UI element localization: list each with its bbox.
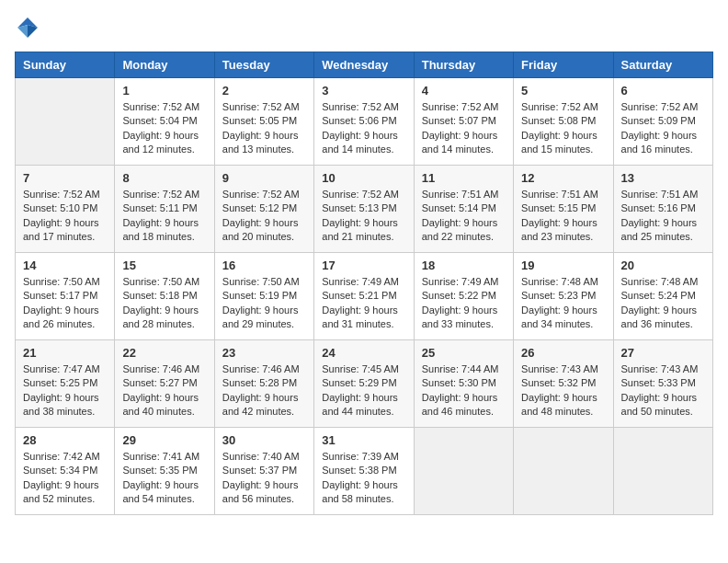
calendar-cell: 3Sunrise: 7:52 AMSunset: 5:06 PMDaylight… xyxy=(314,78,414,166)
day-number: 5 xyxy=(521,84,605,98)
calendar-week-row: 1Sunrise: 7:52 AMSunset: 5:04 PMDaylight… xyxy=(16,78,713,166)
day-info: Sunrise: 7:49 AM xyxy=(322,275,405,289)
logo-icon xyxy=(15,15,40,40)
day-info: Sunrise: 7:51 AM xyxy=(521,188,605,201)
calendar-cell xyxy=(514,428,613,515)
calendar-cell: 27Sunrise: 7:43 AMSunset: 5:33 PMDayligh… xyxy=(613,340,712,428)
calendar-cell: 10Sunrise: 7:52 AMSunset: 5:13 PMDayligh… xyxy=(314,166,414,253)
day-info: Daylight: 9 hours and 15 minutes. xyxy=(521,129,605,157)
calendar-cell: 30Sunrise: 7:40 AMSunset: 5:37 PMDayligh… xyxy=(214,428,313,515)
calendar-cell: 28Sunrise: 7:42 AMSunset: 5:34 PMDayligh… xyxy=(16,428,115,515)
day-info: Sunset: 5:10 PM xyxy=(23,201,107,215)
day-info: Sunrise: 7:42 AM xyxy=(23,450,107,464)
day-info: Sunset: 5:04 PM xyxy=(122,114,206,128)
day-info: Sunset: 5:09 PM xyxy=(621,114,705,128)
day-info: Sunrise: 7:51 AM xyxy=(621,188,705,201)
day-number: 21 xyxy=(23,346,107,360)
calendar-cell: 18Sunrise: 7:49 AMSunset: 5:22 PMDayligh… xyxy=(414,253,513,340)
day-info: Daylight: 9 hours and 54 minutes. xyxy=(122,478,206,507)
day-number: 6 xyxy=(621,84,705,98)
day-number: 19 xyxy=(521,259,605,272)
day-info: Sunrise: 7:44 AM xyxy=(422,362,506,376)
day-number: 4 xyxy=(422,84,506,98)
day-info: Daylight: 9 hours and 21 minutes. xyxy=(322,216,405,245)
day-info: Daylight: 9 hours and 46 minutes. xyxy=(422,391,506,419)
day-number: 27 xyxy=(621,346,705,360)
day-info: Daylight: 9 hours and 13 minutes. xyxy=(222,129,306,157)
day-info: Daylight: 9 hours and 36 minutes. xyxy=(621,304,705,332)
day-number: 12 xyxy=(521,171,605,185)
day-number: 9 xyxy=(222,171,306,185)
day-info: Sunset: 5:18 PM xyxy=(122,289,206,303)
calendar-cell: 22Sunrise: 7:46 AMSunset: 5:27 PMDayligh… xyxy=(115,340,214,428)
day-number: 11 xyxy=(422,171,506,185)
day-info: Sunrise: 7:39 AM xyxy=(322,450,405,464)
day-info: Sunset: 5:30 PM xyxy=(422,376,506,390)
day-info: Daylight: 9 hours and 34 minutes. xyxy=(521,304,605,332)
day-number: 26 xyxy=(521,346,605,360)
day-number: 15 xyxy=(122,259,206,272)
day-info: Daylight: 9 hours and 40 minutes. xyxy=(122,391,206,419)
day-number: 29 xyxy=(122,433,206,447)
calendar-week-row: 14Sunrise: 7:50 AMSunset: 5:17 PMDayligh… xyxy=(16,253,713,340)
day-info: Sunrise: 7:51 AM xyxy=(422,188,506,201)
day-info: Sunrise: 7:52 AM xyxy=(122,100,206,114)
day-info: Sunset: 5:11 PM xyxy=(122,201,206,215)
calendar-cell: 24Sunrise: 7:45 AMSunset: 5:29 PMDayligh… xyxy=(314,340,414,428)
day-info: Sunrise: 7:46 AM xyxy=(122,362,206,376)
day-info: Sunset: 5:33 PM xyxy=(621,376,705,390)
day-info: Daylight: 9 hours and 25 minutes. xyxy=(621,216,705,245)
day-info: Daylight: 9 hours and 26 minutes. xyxy=(23,304,107,332)
day-info: Sunset: 5:17 PM xyxy=(23,289,107,303)
day-number: 1 xyxy=(122,84,206,98)
day-info: Daylight: 9 hours and 16 minutes. xyxy=(621,129,705,157)
day-info: Daylight: 9 hours and 14 minutes. xyxy=(422,129,506,157)
day-info: Sunset: 5:34 PM xyxy=(23,464,107,477)
day-number: 10 xyxy=(322,171,405,185)
day-info: Daylight: 9 hours and 52 minutes. xyxy=(23,478,107,507)
day-info: Sunrise: 7:46 AM xyxy=(222,362,306,376)
day-info: Sunset: 5:24 PM xyxy=(621,289,705,303)
calendar-header: SundayMondayTuesdayWednesdayThursdayFrid… xyxy=(16,52,713,78)
day-info: Daylight: 9 hours and 14 minutes. xyxy=(322,129,405,157)
day-info: Daylight: 9 hours and 38 minutes. xyxy=(23,391,107,419)
day-number: 14 xyxy=(23,259,107,272)
day-info: Sunrise: 7:52 AM xyxy=(322,100,405,114)
calendar-table: SundayMondayTuesdayWednesdayThursdayFrid… xyxy=(15,52,713,515)
header-day: Tuesday xyxy=(214,52,313,78)
day-number: 20 xyxy=(621,259,705,272)
day-info: Daylight: 9 hours and 22 minutes. xyxy=(422,216,506,245)
day-info: Sunset: 5:27 PM xyxy=(122,376,206,390)
day-info: Sunset: 5:25 PM xyxy=(23,376,107,390)
day-info: Daylight: 9 hours and 31 minutes. xyxy=(322,304,405,332)
calendar-cell: 2Sunrise: 7:52 AMSunset: 5:05 PMDaylight… xyxy=(214,78,313,166)
day-info: Sunset: 5:12 PM xyxy=(222,201,306,215)
calendar-cell: 29Sunrise: 7:41 AMSunset: 5:35 PMDayligh… xyxy=(115,428,214,515)
day-number: 16 xyxy=(222,259,306,272)
day-info: Sunset: 5:28 PM xyxy=(222,376,306,390)
day-info: Sunset: 5:14 PM xyxy=(422,201,506,215)
day-info: Daylight: 9 hours and 23 minutes. xyxy=(521,216,605,245)
header-day: Wednesday xyxy=(314,52,414,78)
header-row: SundayMondayTuesdayWednesdayThursdayFrid… xyxy=(16,52,713,78)
header-day: Monday xyxy=(115,52,214,78)
day-info: Sunrise: 7:49 AM xyxy=(422,275,506,289)
day-info: Daylight: 9 hours and 17 minutes. xyxy=(23,216,107,245)
calendar-cell: 8Sunrise: 7:52 AMSunset: 5:11 PMDaylight… xyxy=(115,166,214,253)
day-info: Sunset: 5:23 PM xyxy=(521,289,605,303)
day-info: Sunrise: 7:50 AM xyxy=(222,275,306,289)
day-info: Sunset: 5:06 PM xyxy=(322,114,405,128)
day-number: 25 xyxy=(422,346,506,360)
day-number: 7 xyxy=(23,171,107,185)
day-info: Daylight: 9 hours and 12 minutes. xyxy=(122,129,206,157)
day-info: Sunrise: 7:48 AM xyxy=(521,275,605,289)
day-info: Sunset: 5:32 PM xyxy=(521,376,605,390)
day-info: Sunset: 5:21 PM xyxy=(322,289,405,303)
day-info: Sunset: 5:15 PM xyxy=(521,201,605,215)
calendar-cell xyxy=(16,78,115,166)
day-info: Sunrise: 7:50 AM xyxy=(23,275,107,289)
day-number: 30 xyxy=(222,433,306,447)
day-info: Sunrise: 7:48 AM xyxy=(621,275,705,289)
day-number: 31 xyxy=(322,433,405,447)
logo xyxy=(15,15,44,40)
